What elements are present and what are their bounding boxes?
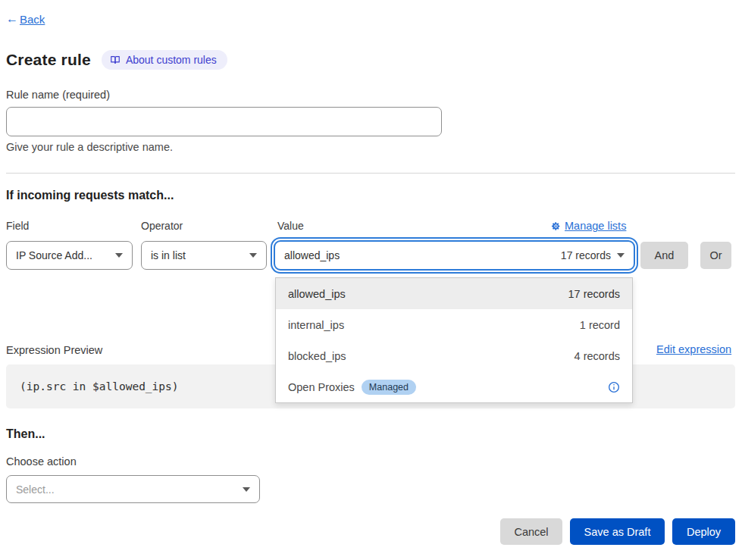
value-dropdown-panel: allowed_ips 17 records internal_ips 1 re…	[275, 277, 633, 403]
back-link[interactable]: ←Back	[6, 12, 45, 26]
field-select[interactable]: IP Source Add...	[6, 241, 133, 270]
match-section-heading: If incoming requests match...	[6, 189, 174, 202]
field-label: Field	[6, 220, 29, 232]
chevron-down-icon	[249, 253, 257, 258]
gear-icon	[551, 221, 561, 231]
deploy-button[interactable]: Deploy	[672, 518, 735, 545]
edit-expression-link[interactable]: Edit expression	[656, 343, 731, 355]
about-custom-rules-link[interactable]: About custom rules	[102, 50, 227, 70]
list-item-name: Open Proxies	[288, 381, 355, 393]
action-select[interactable]: Select...	[6, 475, 260, 503]
field-select-value: IP Source Add...	[16, 249, 109, 261]
list-item-records: 17 records	[568, 288, 620, 300]
value-select-record-count: 17 records	[561, 249, 611, 261]
manage-lists-link[interactable]: Manage lists	[551, 220, 626, 232]
operator-select[interactable]: is in list	[141, 241, 267, 270]
manage-lists-label: Manage lists	[565, 220, 626, 232]
page-title: Create rule	[6, 51, 91, 69]
chevron-down-icon	[115, 253, 123, 258]
list-item-name: blocked_ips	[288, 350, 575, 362]
value-select[interactable]: allowed_ips 17 records	[274, 240, 635, 271]
operator-label: Operator	[141, 220, 183, 232]
list-item-name: allowed_ips	[288, 288, 568, 300]
create-rule-page: ←Back Create rule About custom rules Rul…	[0, 0, 742, 560]
list-item-name: internal_ips	[288, 319, 580, 331]
list-item-open-proxies[interactable]: Open Proxies Managed	[276, 371, 632, 402]
and-button[interactable]: And	[640, 242, 688, 269]
info-icon[interactable]	[608, 381, 620, 393]
back-arrow-icon: ←	[6, 12, 18, 26]
rule-name-label: Rule name (required)	[6, 89, 110, 101]
value-select-value: allowed_ips	[284, 249, 561, 261]
list-item-internal-ips[interactable]: internal_ips 1 record	[276, 309, 632, 340]
choose-action-label: Choose action	[6, 455, 77, 468]
action-select-placeholder: Select...	[16, 483, 236, 496]
about-custom-rules-label: About custom rules	[126, 54, 217, 66]
list-item-records: 1 record	[580, 319, 620, 331]
rule-name-helper-text: Give your rule a descriptive name.	[6, 141, 173, 153]
value-label: Value	[277, 220, 304, 232]
list-item-blocked-ips[interactable]: blocked_ips 4 records	[276, 340, 632, 371]
title-row: Create rule About custom rules	[6, 50, 227, 70]
chevron-down-icon	[617, 253, 625, 258]
rule-name-input[interactable]	[6, 107, 442, 136]
expression-code: (ip.src in $allowed_ips)	[20, 380, 179, 393]
list-item-records: 4 records	[575, 350, 620, 362]
expression-preview-label: Expression Preview	[6, 344, 102, 356]
operator-select-value: is in list	[151, 249, 243, 261]
book-icon	[110, 55, 121, 65]
chevron-down-icon	[243, 487, 250, 492]
managed-badge: Managed	[362, 380, 416, 395]
section-divider	[6, 173, 735, 174]
save-as-draft-button[interactable]: Save as Draft	[570, 518, 665, 545]
or-button[interactable]: Or	[700, 242, 731, 269]
list-item-allowed-ips[interactable]: allowed_ips 17 records	[276, 278, 632, 309]
back-link-label: Back	[20, 13, 45, 26]
then-section-heading: Then...	[6, 427, 45, 441]
cancel-button[interactable]: Cancel	[500, 518, 562, 545]
